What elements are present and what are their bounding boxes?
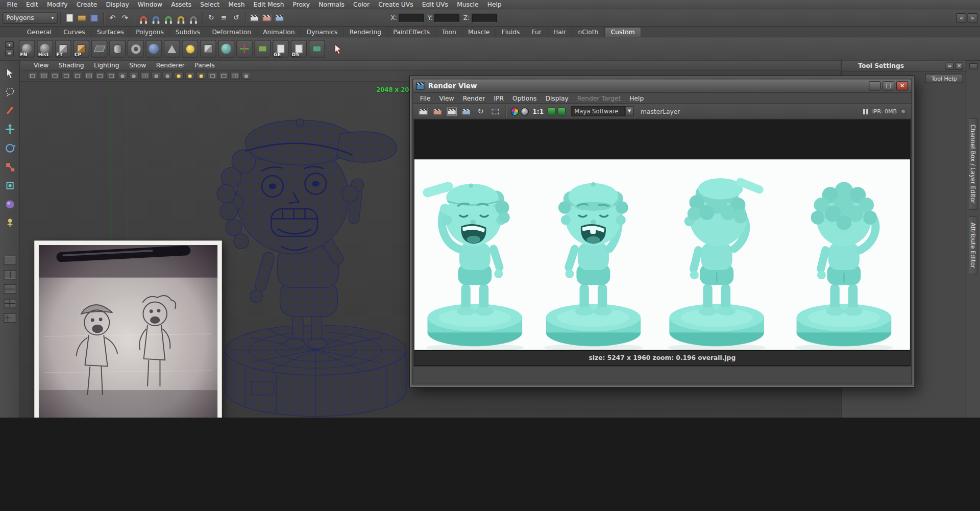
render-view-menu-item[interactable]: IPR <box>489 95 508 102</box>
pause-ipr-icon[interactable] <box>863 108 868 114</box>
viewport-textured-mode-icon[interactable] <box>162 72 173 80</box>
menu-item[interactable]: Normals <box>314 0 349 9</box>
render-region-icon[interactable] <box>446 104 458 118</box>
menu-item[interactable]: File <box>3 0 22 9</box>
shelf-tab[interactable]: Custom <box>605 27 641 38</box>
panel-menu-item[interactable]: View <box>29 62 54 68</box>
shelf-tab[interactable]: Subdivs <box>170 28 206 38</box>
shelf-tab[interactable]: Polygons <box>130 28 170 38</box>
viewport-camera-select-icon[interactable] <box>28 72 38 80</box>
input-connections-icon[interactable]: ↻ <box>205 10 217 25</box>
menu-item[interactable]: Assets <box>167 0 196 9</box>
panel-menu-item[interactable]: Renderer <box>151 62 189 68</box>
snap-to-grid-icon[interactable] <box>137 10 149 25</box>
shelf-tab[interactable]: Rendering <box>344 28 387 38</box>
render-view-menu-item[interactable]: Render <box>458 95 489 102</box>
viewport-grid-icon[interactable] <box>39 72 49 80</box>
maximize-button[interactable]: □ <box>883 81 894 90</box>
output-connections-icon[interactable]: ↺ <box>230 10 242 25</box>
shelf-button-plug[interactable] <box>254 40 271 57</box>
render-view-menu-item[interactable]: Display <box>541 95 573 102</box>
shelf-button-sphere-teal[interactable] <box>218 40 234 57</box>
collapse-left-icon[interactable]: « <box>956 13 966 23</box>
menu-item[interactable]: Help <box>483 0 506 9</box>
renderer-dropdown[interactable]: Maya Software ▼ <box>571 106 633 116</box>
menu-item[interactable]: Edit UVs <box>418 0 452 9</box>
shelf-tab[interactable]: Hair <box>548 28 572 38</box>
layout-single-pane-button[interactable] <box>4 256 16 265</box>
shelf-tab[interactable]: Fluids <box>496 28 526 38</box>
close-icon[interactable]: × <box>955 62 963 70</box>
shelf-tab[interactable]: Muscle <box>462 28 496 38</box>
show-manipulator-tool-icon[interactable] <box>2 215 17 230</box>
shelf-button-ds[interactable]: DS <box>290 40 307 57</box>
undo-icon[interactable]: ↶ <box>106 10 118 25</box>
shelf-tab[interactable]: Dynamics <box>301 28 344 38</box>
panel-menu-item[interactable]: Panels <box>190 62 220 68</box>
viewport-field-chart-icon[interactable] <box>84 72 94 80</box>
viewport-plugin-shading-icon[interactable] <box>230 72 240 80</box>
menu-item[interactable]: Edit <box>22 0 43 9</box>
viewport-shaded-mode-icon[interactable] <box>151 72 161 80</box>
z-coordinate-input[interactable] <box>472 13 497 22</box>
panel-menu-item[interactable]: Shading <box>54 62 89 68</box>
shelf-button-poly-torus[interactable] <box>128 40 144 57</box>
viewport-onion-skin-icon[interactable] <box>241 72 252 80</box>
menu-item[interactable]: Color <box>349 0 374 9</box>
shelf-button-poly-plane[interactable] <box>91 40 108 57</box>
shelf-tab[interactable]: Deformation <box>206 28 257 38</box>
menu-item[interactable]: Display <box>102 0 133 9</box>
viewport-shadows-icon[interactable] <box>196 72 206 80</box>
snap-to-curve-icon[interactable] <box>150 10 162 25</box>
viewport-use-all-lights-icon[interactable] <box>174 72 184 80</box>
shelf-button-cp[interactable]: CP <box>73 40 89 57</box>
shelf-tab[interactable]: nCloth <box>572 28 604 38</box>
menu-item[interactable]: Muscle <box>453 0 483 9</box>
shelf-tab[interactable]: Toon <box>436 28 462 38</box>
viewport-safe-action-icon[interactable] <box>95 72 105 80</box>
file-new-icon[interactable] <box>63 10 76 25</box>
open-render-view-scene-icon[interactable] <box>417 104 429 118</box>
shelf-tab[interactable]: Animation <box>257 28 301 38</box>
layout-two-panes-stacked-button[interactable] <box>4 284 16 294</box>
exposure-toggle-icon[interactable] <box>557 107 566 115</box>
menu-item[interactable]: Proxy <box>288 0 314 9</box>
menu-item[interactable]: Modify <box>42 0 72 9</box>
shelf-button-ft[interactable]: FT <box>55 40 71 57</box>
tab-attribute-editor[interactable]: Attribute Editor <box>969 216 977 274</box>
display-alpha-channel-icon[interactable] <box>521 107 529 115</box>
collapse-right-icon[interactable]: » <box>968 13 978 23</box>
shelf-button-hist[interactable]: Hist <box>37 40 53 57</box>
panel-menu-item[interactable]: Lighting <box>89 62 124 68</box>
shelf-button-axis[interactable] <box>236 40 253 57</box>
render-view-canvas[interactable]: size: 5247 x 1960 zoom: 0.196 overall.jp… <box>414 119 911 367</box>
snap-to-plane-icon[interactable] <box>175 10 187 25</box>
render-view-menu-item[interactable]: File <box>415 95 435 102</box>
shelf-button-ge[interactable]: GE <box>273 40 289 57</box>
shelf-button-poly-cylinder[interactable] <box>109 40 126 57</box>
shelf-tab[interactable]: Fur <box>526 28 548 38</box>
viewport-isolate-select-icon[interactable] <box>219 72 229 80</box>
render-view-titlebar[interactable]: Render View – □ × <box>413 80 911 93</box>
viewport-resolution-gate-icon[interactable] <box>61 72 71 80</box>
shelf-tab[interactable]: PaintEffects <box>387 28 436 38</box>
shelf-button-poly-sphere[interactable] <box>145 40 162 57</box>
rotate-tool-icon[interactable] <box>2 141 17 156</box>
shelf-button-poly-cube[interactable] <box>200 40 216 57</box>
render-current-frame-icon[interactable] <box>248 10 260 25</box>
menu-item[interactable]: Select <box>196 0 224 9</box>
render-settings-icon[interactable] <box>273 10 285 25</box>
panel-menu-item[interactable]: Show <box>124 62 151 68</box>
menu-item[interactable]: Create UVs <box>374 0 418 9</box>
viewport-film-gate-icon[interactable] <box>50 72 60 80</box>
select-tool-icon[interactable] <box>2 66 17 81</box>
viewport-default-lighting-icon[interactable] <box>185 72 195 80</box>
file-save-icon[interactable] <box>88 10 101 25</box>
viewport-safe-title-icon[interactable] <box>106 72 116 80</box>
layout-two-panes-side-button[interactable] <box>4 270 16 279</box>
render-view-menu-item[interactable]: Help <box>625 95 648 102</box>
shelf-item-menu-icon[interactable]: ≡ <box>5 50 14 56</box>
snap-to-point-icon[interactable] <box>162 10 174 25</box>
panel-menu-icon[interactable]: ≡ <box>946 62 954 70</box>
shelf-tab[interactable]: General <box>21 28 58 38</box>
